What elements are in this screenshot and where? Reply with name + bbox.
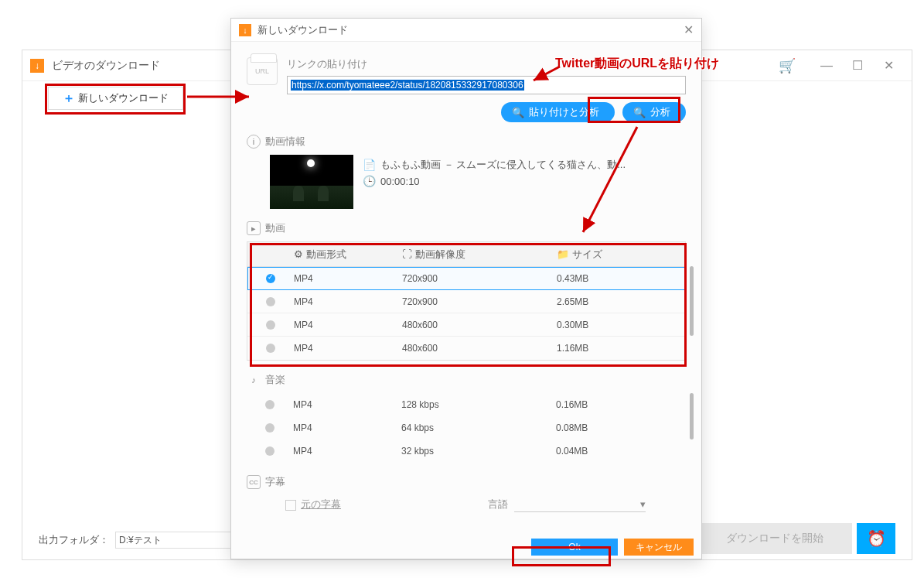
cancel-button[interactable]: キャンセル: [624, 539, 694, 556]
row-resolution: 720x900: [402, 273, 557, 284]
audio-format-row[interactable]: MP4128 kbps0.16MB: [247, 393, 686, 416]
close-main-button[interactable]: ✕: [873, 50, 904, 81]
audio-format-row[interactable]: MP464 kbps0.08MB: [247, 416, 686, 439]
video-thumbnail: [270, 155, 353, 209]
app-icon: ↓: [30, 59, 44, 73]
video-icon: ▸: [247, 221, 261, 235]
row-radio[interactable]: [265, 400, 274, 409]
new-download-button[interactable]: ＋ 新しいダウンロード: [48, 87, 183, 110]
row-format: MP4: [294, 273, 402, 284]
cart-icon[interactable]: 🛒: [779, 57, 796, 74]
minimize-button[interactable]: —: [811, 50, 842, 81]
video-section-header: ▸ 動画: [247, 221, 686, 235]
start-download-label: ダウンロードを開始: [726, 532, 823, 546]
video-info-header: i 動画情報: [247, 135, 686, 149]
audio-format-row[interactable]: MP432 kbps0.04MB: [247, 439, 686, 463]
url-value: https://x.com/tyomateee2/status/18208153…: [291, 80, 524, 91]
new-download-label: 新しいダウンロード: [78, 91, 169, 105]
analyze-label: 分析: [650, 105, 670, 119]
video-format-row[interactable]: MP4720x9002.65MB: [247, 290, 685, 313]
row-format: MP4: [294, 296, 402, 307]
paste-analyze-label: 貼り付けと分析: [529, 105, 599, 119]
info-icon: i: [247, 135, 261, 149]
video-info-text: 📄もふもふ動画 － スムーズに侵入してくる猫さん、動... 🕒00:00:10: [363, 155, 626, 190]
format-column: 動画形式: [306, 248, 346, 262]
video-format-row[interactable]: MP4720x9000.43MB: [247, 267, 685, 290]
video-duration: 00:00:10: [380, 176, 420, 187]
video-scrollbar[interactable]: [690, 266, 694, 336]
dialog-title: 新しいダウンロード: [257, 23, 684, 37]
row-bitrate: 64 kbps: [401, 422, 556, 433]
row-size: 0.04MB: [556, 446, 686, 457]
main-window-title: ビデオのダウンロード: [52, 59, 160, 73]
video-format-row[interactable]: MP4480x6001.16MB: [247, 337, 685, 360]
row-format: MP4: [293, 446, 401, 457]
paste-analyze-button[interactable]: 🔍 貼り付けと分析: [501, 102, 615, 122]
start-download-button[interactable]: ダウンロードを開始: [697, 523, 852, 554]
analyze-button[interactable]: 🔍 分析: [622, 102, 686, 122]
resolution-column: 動画解像度: [415, 248, 465, 262]
row-size: 1.16MB: [557, 343, 685, 354]
scheduler-button[interactable]: ⏰: [857, 523, 895, 554]
captions-section-header: CC 字幕: [247, 475, 686, 489]
dialog-titlebar: ↓ 新しいダウンロード ✕: [231, 19, 701, 42]
dialog-app-icon: ↓: [239, 24, 251, 36]
original-captions-label: 元の字幕: [301, 498, 341, 510]
ok-button[interactable]: Ok: [531, 539, 618, 556]
row-resolution: 720x900: [402, 296, 557, 307]
row-size: 0.16MB: [556, 399, 686, 410]
row-format: MP4: [293, 422, 401, 433]
plus-icon: ＋: [63, 91, 75, 107]
video-format-row[interactable]: MP4480x6000.30MB: [247, 313, 685, 337]
size-column: サイズ: [572, 248, 602, 262]
video-title-text: もふもふ動画 － スムーズに侵入してくる猫さん、動...: [380, 158, 626, 172]
clipboard-search-icon: 🔍: [512, 107, 524, 118]
row-format: MP4: [294, 320, 402, 330]
link-paste-label: リンクの貼り付け: [287, 57, 686, 71]
clock-icon: 🕒: [363, 175, 376, 187]
language-label: 言語: [488, 498, 508, 511]
document-icon: 📄: [363, 159, 376, 171]
url-input[interactable]: https://x.com/tyomateee2/status/18208153…: [287, 76, 686, 94]
resolution-icon: ⛶: [402, 248, 412, 260]
cc-icon: CC: [247, 475, 261, 489]
dialog-close-button[interactable]: ✕: [684, 22, 694, 37]
output-folder-row: 出力フォルダ： D:¥テスト: [39, 532, 247, 549]
row-radio[interactable]: [266, 320, 275, 330]
row-radio[interactable]: [266, 297, 275, 306]
row-format: MP4: [294, 343, 402, 354]
music-icon: ♪: [247, 373, 261, 387]
row-resolution: 480x600: [402, 320, 557, 330]
row-size: 0.43MB: [557, 273, 685, 284]
row-size: 2.65MB: [557, 296, 685, 307]
search-icon: 🔍: [633, 107, 646, 118]
row-radio[interactable]: [265, 446, 274, 456]
row-size: 0.08MB: [556, 422, 686, 433]
row-bitrate: 32 kbps: [401, 446, 556, 457]
row-bitrate: 128 kbps: [401, 399, 556, 410]
row-radio[interactable]: [266, 344, 275, 353]
row-format: MP4: [293, 399, 401, 410]
row-resolution: 480x600: [402, 343, 557, 354]
language-select[interactable]: ▾: [514, 497, 646, 512]
video-table-header: ⚙動画形式 ⛶動画解像度 📁サイズ: [247, 241, 686, 266]
maximize-button[interactable]: ☐: [842, 50, 873, 81]
new-download-dialog: ↓ 新しいダウンロード ✕ URL リンクの貼り付け https://x.com…: [230, 18, 702, 559]
folder-icon: 📁: [557, 248, 569, 260]
row-size: 0.30MB: [557, 320, 685, 330]
gear-icon: ⚙: [294, 248, 303, 260]
output-folder-input[interactable]: D:¥テスト: [115, 532, 247, 549]
audio-scrollbar[interactable]: [690, 393, 694, 439]
output-folder-label: 出力フォルダ：: [39, 533, 109, 547]
original-captions-checkbox[interactable]: 元の字幕: [285, 498, 341, 511]
row-radio[interactable]: [265, 423, 274, 433]
audio-section-header: ♪ 音楽: [247, 373, 686, 387]
url-icon: URL: [247, 57, 278, 85]
row-radio[interactable]: [266, 274, 275, 283]
